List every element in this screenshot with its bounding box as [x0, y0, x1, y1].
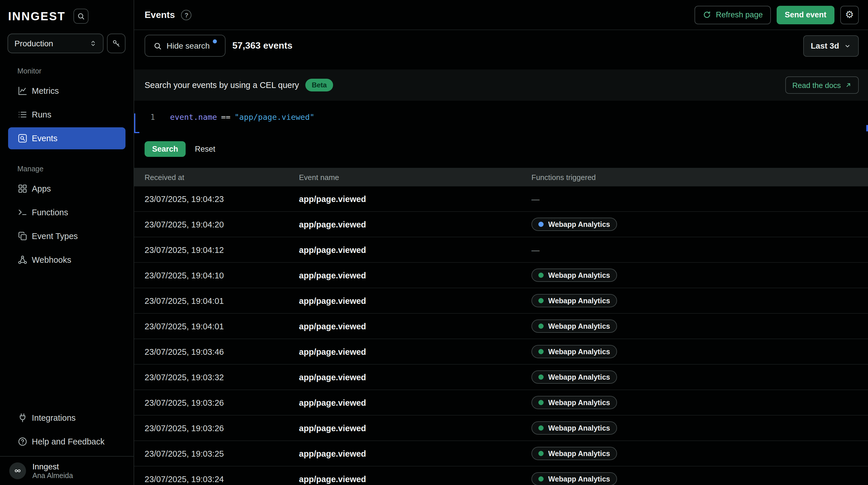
cell-received-at: 23/07/2025, 19:04:10 — [145, 270, 299, 280]
cell-functions: — — [531, 245, 868, 254]
sidebar-item-label: Event Types — [32, 231, 78, 241]
sidebar-search-button[interactable] — [74, 9, 89, 24]
hide-search-button[interactable]: Hide search — [145, 35, 225, 57]
table-row[interactable]: 23/07/2025, 19:03:26 app/page.viewed Web… — [134, 416, 868, 441]
cell-functions: Webapp Analytics — [531, 218, 868, 231]
table-row[interactable]: 23/07/2025, 19:03:25 app/page.viewed Web… — [134, 441, 868, 466]
events-toolbar: Hide search 57,363 events Last 3d — [134, 30, 868, 58]
cell-event-name: app/page.viewed — [299, 398, 531, 407]
sidebar-item-integrations[interactable]: Integrations — [8, 407, 125, 429]
sidebar-item-events[interactable]: Events — [8, 127, 125, 149]
cell-received-at: 23/07/2025, 19:03:46 — [145, 347, 299, 356]
sidebar-item-label: Webhooks — [32, 255, 71, 264]
sidebar-item-webhooks[interactable]: Webhooks — [8, 249, 125, 271]
sidebar-section-monitor: Monitor — [0, 53, 133, 80]
cell-event-name: app/page.viewed — [299, 321, 531, 331]
cel-query-text[interactable]: event.name=="app/page.viewed" — [170, 112, 314, 121]
function-badge[interactable]: Webapp Analytics — [531, 218, 617, 231]
events-icon — [17, 133, 28, 144]
function-badge[interactable]: Webapp Analytics — [531, 294, 617, 307]
events-table: Received at Event name Functions trigger… — [134, 168, 868, 485]
cell-functions: Webapp Analytics — [531, 268, 868, 282]
read-the-docs-button[interactable]: Read the docs — [785, 77, 859, 94]
sidebar-item-functions[interactable]: Functions — [8, 201, 125, 223]
cell-event-name: app/page.viewed — [299, 474, 531, 484]
code-token-operator: == — [221, 112, 231, 121]
page-help-icon[interactable]: ? — [181, 9, 192, 20]
runs-icon — [17, 109, 28, 120]
settings-button[interactable]: ⚙ — [840, 5, 859, 24]
arrow-up-right-icon — [845, 82, 852, 89]
search-button[interactable]: Search — [145, 141, 186, 157]
table-row[interactable]: 23/07/2025, 19:03:24 app/page.viewed Web… — [134, 466, 868, 485]
function-badge[interactable]: Webapp Analytics — [531, 268, 617, 282]
function-badge[interactable]: Webapp Analytics — [531, 472, 617, 485]
cell-functions: — — [531, 194, 868, 203]
function-status-dot — [538, 349, 544, 354]
table-row[interactable]: 23/07/2025, 19:03:46 app/page.viewed Web… — [134, 339, 868, 365]
table-row[interactable]: 23/07/2025, 19:04:20 app/page.viewed Web… — [134, 212, 868, 237]
cell-functions: Webapp Analytics — [531, 370, 868, 384]
cell-event-name: app/page.viewed — [299, 220, 531, 229]
sidebar-item-apps[interactable]: Apps — [8, 178, 125, 200]
sidebar-item-metrics[interactable]: Metrics — [8, 80, 125, 102]
function-badge[interactable]: Webapp Analytics — [531, 319, 617, 333]
account-org-name: Inngest — [32, 462, 73, 471]
editor-scrollbar[interactable] — [866, 125, 868, 132]
cell-received-at: 23/07/2025, 19:04:20 — [145, 220, 299, 229]
table-row[interactable]: 23/07/2025, 19:04:01 app/page.viewed Web… — [134, 314, 868, 339]
function-badge[interactable]: Webapp Analytics — [531, 345, 617, 358]
send-event-button[interactable]: Send event — [777, 5, 834, 24]
sidebar-section-manage: Manage — [0, 151, 133, 178]
environment-row: Production — [0, 24, 133, 53]
cell-functions: Webapp Analytics — [531, 396, 868, 409]
cell-received-at: 23/07/2025, 19:03:26 — [145, 398, 299, 407]
table-row[interactable]: 23/07/2025, 19:03:26 app/page.viewed Web… — [134, 390, 868, 416]
function-status-dot — [538, 476, 544, 482]
sidebar-nav-monitor: Metrics Runs Events — [0, 80, 133, 151]
function-status-dot — [538, 298, 544, 303]
function-status-dot — [538, 273, 544, 278]
table-row[interactable]: 23/07/2025, 19:04:01 app/page.viewed Web… — [134, 288, 868, 314]
refresh-icon — [703, 10, 711, 19]
table-row[interactable]: 23/07/2025, 19:04:23 app/page.viewed — — [134, 187, 868, 212]
cell-event-name: app/page.viewed — [299, 296, 531, 305]
reset-button[interactable]: Reset — [195, 145, 215, 153]
code-token-property: event.name — [170, 112, 217, 121]
sidebar-item-event-types[interactable]: Event Types — [8, 225, 125, 247]
cel-query-editor[interactable]: 1 event.name=="app/page.viewed" — [134, 101, 868, 133]
sidebar-item-runs[interactable]: Runs — [8, 104, 125, 125]
time-range-selector[interactable]: Last 3d — [803, 35, 859, 56]
function-badge-label: Webapp Analytics — [548, 322, 610, 330]
functions-icon — [17, 207, 28, 218]
cell-event-name: app/page.viewed — [299, 245, 531, 254]
function-status-dot — [538, 451, 544, 456]
read-the-docs-label: Read the docs — [792, 81, 841, 89]
time-range-label: Last 3d — [811, 41, 839, 50]
inngest-mark-icon — [13, 466, 23, 476]
function-status-dot — [538, 222, 544, 227]
sidebar-item-label: Apps — [32, 184, 51, 193]
function-badge[interactable]: Webapp Analytics — [531, 447, 617, 460]
empty-dash: — — [531, 245, 539, 254]
table-row[interactable]: 23/07/2025, 19:04:10 app/page.viewed Web… — [134, 263, 868, 288]
account-menu[interactable]: Inngest Ana Almeida — [0, 456, 133, 485]
sidebar-item-help-and-feedback[interactable]: Help and Feedback — [8, 431, 125, 453]
function-badge[interactable]: Webapp Analytics — [531, 370, 617, 384]
function-badge-label: Webapp Analytics — [548, 373, 610, 381]
environment-selector[interactable]: Production — [7, 34, 103, 53]
table-row[interactable]: 23/07/2025, 19:04:12 app/page.viewed — — [134, 237, 868, 263]
event-keys-button[interactable] — [107, 34, 125, 53]
function-badge-label: Webapp Analytics — [548, 475, 610, 483]
function-badge[interactable]: Webapp Analytics — [531, 421, 617, 435]
page-header: Events ? Refresh page Send event ⚙ — [134, 0, 868, 30]
editor-line-number: 1 — [134, 113, 155, 121]
function-badge[interactable]: Webapp Analytics — [531, 396, 617, 409]
function-badge-label: Webapp Analytics — [548, 424, 610, 432]
cell-event-name: app/page.viewed — [299, 372, 531, 382]
refresh-page-button[interactable]: Refresh page — [694, 5, 771, 24]
inngest-app: INNGEST Production Monitor Metrics — [0, 0, 868, 485]
column-header-event-name: Event name — [299, 173, 531, 181]
cell-received-at: 23/07/2025, 19:04:12 — [145, 245, 299, 254]
table-row[interactable]: 23/07/2025, 19:03:32 app/page.viewed Web… — [134, 365, 868, 390]
